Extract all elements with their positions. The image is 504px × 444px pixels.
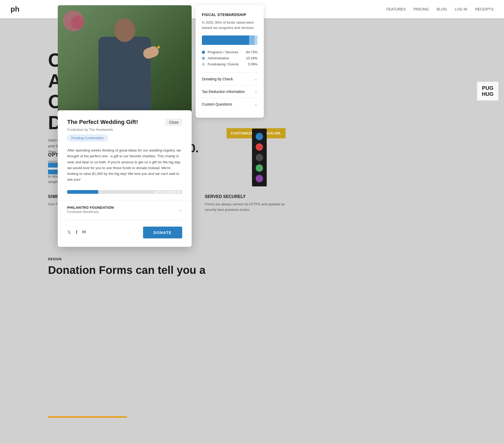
progress-bar: $270.50 / $1,000.00 <box>67 190 182 194</box>
secure-title: SERVED SECURELY <box>205 194 297 199</box>
pug-hug-badge: PUGHUG <box>477 81 499 101</box>
beneficiary-info: PHILANTRO FOUNDATION Fundraiser Benefici… <box>67 206 114 214</box>
legend-value-fundraising: 5.09% <box>248 62 258 66</box>
modal-divider <box>58 200 192 200</box>
progress-label: $270.50 / $1,000.00 <box>154 190 180 194</box>
fiscal-legend: Programs / Services 84.73% Administrativ… <box>202 50 258 66</box>
site-nav: FEATURES PRICING BLOG LOG IN RECEIPTS <box>386 7 494 11</box>
modal-footer: 𝕏 f in DONATE <box>67 220 182 238</box>
legend-row-admin: Administrative 10.18% <box>202 56 258 60</box>
fiscal-title: FISCAL STEWARDSHIP <box>202 13 258 17</box>
progress-wrapper: $270.50 / $1,000.00 <box>67 190 182 194</box>
accordion-donating-by-check[interactable]: Donating by Check ⌄ <box>202 72 258 85</box>
fiscal-bar-chart <box>202 35 258 45</box>
nav-login[interactable]: LOG IN <box>455 7 467 11</box>
chevron-down-icon-2: ⌄ <box>254 89 258 94</box>
color-swatch-red[interactable] <box>256 143 263 151</box>
legend-label-admin: Administrative <box>208 56 243 60</box>
secure-description: Forms are always served via HTTPS and up… <box>205 202 297 213</box>
facebook-icon[interactable]: f <box>76 229 77 235</box>
chevron-down-icon: ⌄ <box>254 76 258 81</box>
color-swatch-blue[interactable] <box>256 133 263 140</box>
nav-pricing[interactable]: PRICING <box>413 7 429 11</box>
accordion-custom-questions[interactable]: Custom Questions ⌄ <box>202 98 258 110</box>
color-swatch-dark[interactable] <box>256 154 263 161</box>
color-swatch-green[interactable] <box>256 164 263 172</box>
fiscal-stewardship-panel: FISCAL STEWARDSHIP In 2020, 85% of funds… <box>196 5 264 118</box>
design-title: Donation Forms can tell you a <box>48 264 284 277</box>
legend-value-programs: 84.73% <box>246 50 258 54</box>
nav-blog[interactable]: BLOG <box>437 7 447 11</box>
legend-value-admin: 10.18% <box>246 56 258 60</box>
fiscal-bar-admin <box>249 35 255 45</box>
accordion-tax-deduction[interactable]: Tax-Deduction Information ⌄ <box>202 85 258 98</box>
modal-title: The Perfect Wedding Gift! <box>67 119 138 126</box>
legend-row-programs: Programs / Services 84.73% <box>202 50 258 54</box>
served-securely-section: SERVED SECURELY Forms are always served … <box>205 194 297 213</box>
site-logo: ph <box>10 5 19 13</box>
beneficiary-chevron-icon: ⌄ <box>179 207 182 212</box>
accordion-label-custom: Custom Questions <box>202 102 232 106</box>
wedding-photo <box>58 5 192 121</box>
legend-label-fundraising: Fundraising / Events <box>208 62 245 66</box>
chevron-down-icon-3: ⌄ <box>254 102 258 107</box>
progress-fill <box>67 190 98 194</box>
donate-button[interactable]: DONATE <box>143 227 182 238</box>
accordion-label-tax: Tax-Deduction Information <box>202 90 245 94</box>
fiscal-bar-fundraising <box>255 35 258 45</box>
nav-receipts[interactable]: RECEIPTS <box>475 7 494 11</box>
twitter-icon[interactable]: 𝕏 <box>67 229 71 235</box>
legend-row-fundraising: Fundraising / Events 5.09% <box>202 62 258 66</box>
design-section: DESIGN Donation Forms can tell you a <box>48 257 284 277</box>
color-swatch-purple[interactable] <box>256 175 263 182</box>
fundraiser-modal: The Perfect Wedding Gift! Close Fundrais… <box>58 110 192 247</box>
legend-dot-programs <box>202 51 205 54</box>
legend-dot-fundraising <box>202 63 205 66</box>
beneficiary-label: Fundraiser Beneficiary <box>67 210 114 214</box>
status-badge: Pending Confirmation <box>67 135 108 141</box>
accordion-label-check: Donating by Check <box>202 77 233 81</box>
yellow-accent-line <box>48 416 127 418</box>
pug-hug-area: PUGHUG <box>477 81 499 101</box>
modal-header: The Perfect Wedding Gift! Close <box>67 119 182 126</box>
beneficiary-row[interactable]: PHILANTRO FOUNDATION Fundraiser Benefici… <box>67 206 182 214</box>
fiscal-bar-programs <box>202 35 249 45</box>
fiscal-description: In 2020, 85% of funds raised went toward… <box>202 20 258 30</box>
legend-label-programs: Programs / Services <box>208 50 243 54</box>
design-tag: DESIGN <box>48 257 284 261</box>
modal-subtitle: Fundraiser by The Newlyweds <box>67 128 182 132</box>
nav-features[interactable]: FEATURES <box>386 7 406 11</box>
modal-description: After spending weeks thinking of great i… <box>67 148 182 183</box>
beneficiary-name: PHILANTRO FOUNDATION <box>67 206 114 210</box>
linkedin-icon[interactable]: in <box>82 229 86 235</box>
legend-dot-admin <box>202 57 205 60</box>
social-icons: 𝕏 f in <box>67 229 86 235</box>
close-button[interactable]: Close <box>165 119 182 126</box>
color-panel <box>252 129 267 186</box>
